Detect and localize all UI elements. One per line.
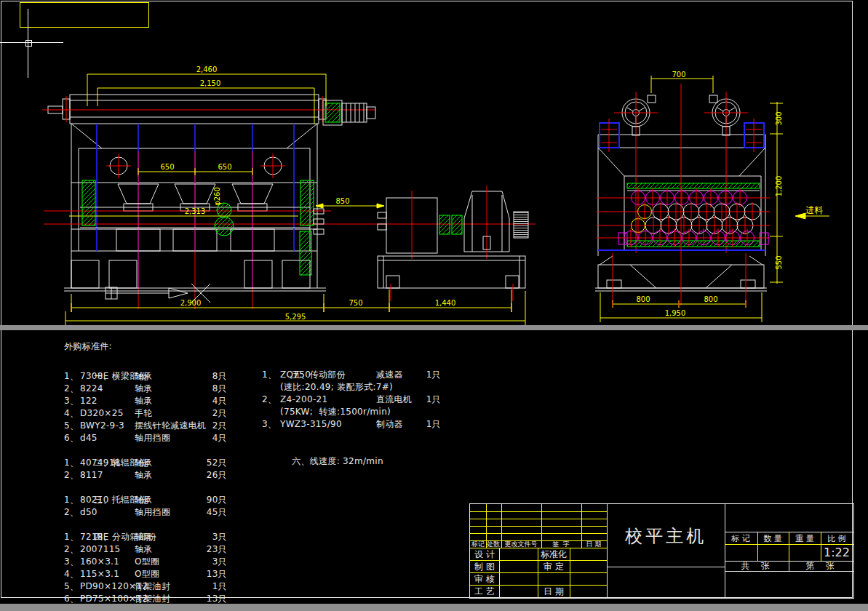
sig-draw: 制 图 [474, 561, 495, 573]
dim-foot-left: 800 [636, 296, 650, 303]
parts-row: 四、分动箱部份 [64, 519, 227, 531]
parts-row-no: 4、 [64, 407, 80, 420]
drive-row-code: (速比:20.49; 装配形式:7#) [280, 381, 376, 394]
dim-base-mid: 750 [349, 300, 362, 307]
drive-row: (速比:20.49; 装配形式:7#) [262, 381, 441, 394]
parts-row-no: 2、 [64, 543, 80, 556]
dim-span-right: 650 [218, 164, 231, 171]
col-scale: 比 例 [827, 533, 846, 544]
rev-col-file-no: 更改文件号 [505, 540, 538, 549]
parts-row: 二、轧辊部份 [64, 444, 227, 457]
parts-row-name: O型圈 [135, 568, 207, 580]
parts-row-code: 115×3.1 [80, 568, 135, 580]
parts-row-name: 轴承 [135, 531, 212, 543]
dim-foot-right: 800 [704, 296, 717, 303]
drive-row-code: ZQ750 [280, 369, 376, 381]
parts-row-qty: 90只 [207, 494, 227, 506]
cad-application-view: 2,460 2,150 650 650 2,313 φ260 850 2,900… [0, 0, 868, 611]
parts-row-no: 2、 [64, 383, 80, 395]
parts-row-code: 4074918 [80, 457, 135, 469]
sig-check: 审 核 [474, 573, 495, 586]
drive-row-no: 3、 [262, 418, 280, 431]
parts-row-name: 轴承 [135, 543, 207, 556]
parts-row-qty: 4只 [212, 395, 227, 407]
parts-row-qty: 13只 [207, 568, 227, 580]
parts-row-qty: 26只 [207, 469, 227, 482]
drive-row-name: 减速器 [376, 369, 426, 381]
parts-row-name: 轴承 [135, 457, 207, 469]
dim-roll-diameter: φ260 [214, 187, 221, 206]
parts-row: 5、PD90×120×12骨架油封1只 [64, 580, 227, 593]
parts-row-code: 8117 [80, 469, 135, 482]
feed-direction-label: 进料 [805, 207, 823, 214]
parts-row-code: BWY2-9-3 [80, 420, 135, 432]
parts-row-name: 轴承 [135, 494, 207, 506]
parts-row-code: PD90×120×12 [80, 580, 135, 593]
drive-row-name: 制动器 [376, 418, 426, 431]
parts-row: 4、115×3.1O型圈13只 [64, 568, 227, 580]
end-view-leveling-machine [595, 76, 829, 322]
parts-row: 2、8224轴承8只 [64, 383, 227, 395]
scale-value: 1:22 [824, 546, 850, 559]
drive-row: 2、Z4-200-21直流电机1只 [262, 394, 441, 406]
col-qty: 数 量 [763, 533, 782, 544]
dim-gap-motor: 850 [335, 198, 349, 205]
parts-row-qty: 8只 [212, 383, 227, 395]
parts-row-name: 轴用挡圈 [135, 432, 212, 444]
dim-span-left: 650 [160, 164, 174, 171]
drive-row-qty: 1只 [426, 394, 441, 406]
drive-row: 1、ZQ750减速器1只 [262, 369, 441, 381]
parts-row-code: 7308E [80, 370, 135, 383]
parts-row-code: 122 [80, 395, 135, 407]
frame-corner-box [20, 2, 149, 28]
parts-row-no: 2、 [64, 506, 80, 519]
parts-row: 2、d50轴用挡圈45只 [64, 506, 227, 519]
parts-row-qty: 3只 [212, 556, 227, 568]
viewport-split-band [0, 325, 868, 330]
drive-row: 五、传动部份 [262, 356, 441, 369]
parts-row: 6、d45轴用挡圈4只 [64, 432, 227, 444]
drive-parts-list: 五、传动部份 1、ZQ750减速器1只 (速比:20.49; 装配形式:7#) … [262, 356, 441, 455]
parts-row-code: 2007115 [80, 543, 135, 556]
parts-row-name: O型圈 [135, 556, 212, 568]
parts-row: 三、托辊部份 [64, 482, 227, 494]
drive-row-no: 六、线速度: 32m/min [292, 456, 383, 466]
parts-row: 一、横梁部份 [64, 358, 227, 370]
drive-row-qty: 1只 [426, 369, 441, 381]
dim-beam-width: 2,460 [196, 66, 218, 73]
parts-row-qty: 3只 [212, 531, 227, 543]
parts-row-code: 7218E [80, 531, 135, 543]
parts-row-qty: 52只 [207, 457, 227, 469]
sig-standard: 标准化 [541, 548, 567, 561]
drive-row-name: 直流电机 [376, 394, 426, 406]
parts-row-qty: 8只 [212, 370, 227, 383]
dim-base-left: 2,900 [180, 300, 202, 307]
pickbox-icon [25, 40, 32, 47]
parts-row-qty: 4只 [212, 432, 227, 444]
parts-row-name: 手轮 [135, 407, 212, 420]
parts-row-qty: 23只 [207, 543, 227, 556]
parts-row-no: 3、 [64, 556, 80, 568]
parts-row-no: 1、 [64, 531, 80, 543]
drive-row-code: YWZ3-315/90 [280, 418, 376, 431]
parts-row-no: 1、 [64, 457, 80, 469]
parts-row: 1、4074918轴承52只 [64, 457, 227, 469]
parts-row: 4、D320×25手轮2只 [64, 407, 227, 420]
parts-row: 5、BWY2-9-3摆线针轮减速电机2只 [64, 420, 227, 432]
drive-row-no: 1、 [262, 369, 280, 381]
parts-row-name: 摆线针轮减速电机 [135, 420, 212, 432]
parts-row: 3、122轴承4只 [64, 395, 227, 407]
parts-row-name: 骨架油封 [135, 580, 212, 593]
dim-roll-pitch: 2,313 [185, 208, 206, 215]
parts-row-name: 轴承 [135, 395, 212, 407]
parts-row-name: 轴承 [135, 370, 212, 383]
title-block: 标记 处数 更改文件号 签 字 日 期 设 计 制 图 审 核 工 艺 标准化 … [469, 503, 854, 599]
parts-row-code: d50 [80, 506, 135, 519]
col-weight: 重 量 [795, 533, 814, 544]
drive-row-no [262, 406, 280, 418]
sheet-total: 共 张 [741, 560, 769, 572]
parts-row: 1、7218E轴承3只 [64, 531, 227, 543]
rev-col-date: 日 期 [586, 540, 602, 549]
parts-row-code: 8224 [80, 383, 135, 395]
sig-approve: 审 定 [544, 561, 564, 573]
